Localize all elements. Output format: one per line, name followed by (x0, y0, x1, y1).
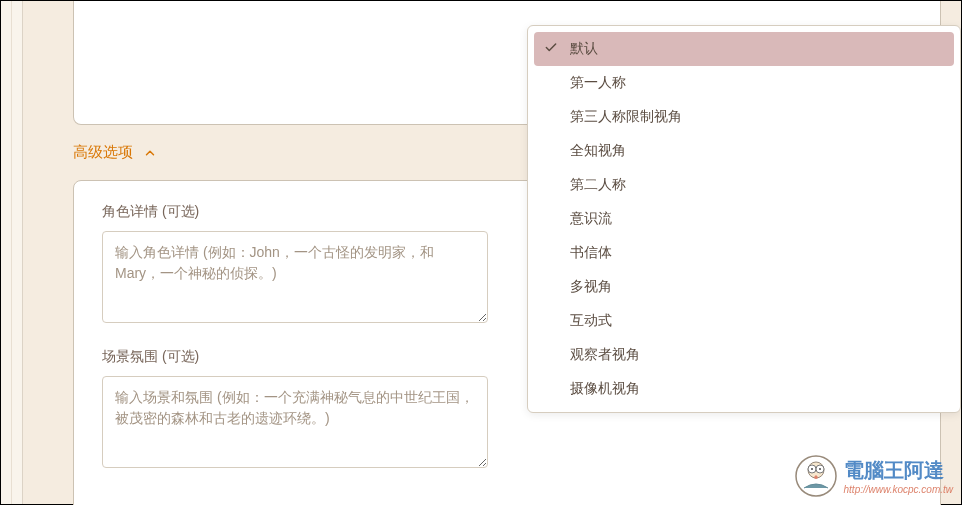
dropdown-item-label: 默认 (570, 40, 598, 56)
dropdown-item[interactable]: 书信体 (534, 236, 954, 270)
document-gutter (1, 1, 23, 504)
dropdown-item-label: 书信体 (570, 244, 612, 260)
dropdown-item[interactable]: 互动式 (534, 304, 954, 338)
chevron-up-icon (143, 146, 157, 160)
avatar-icon (794, 454, 838, 498)
svg-point-5 (819, 468, 821, 470)
watermark: 電腦王阿達 http://www.kocpc.com.tw (794, 454, 953, 498)
dropdown-item-label: 多视角 (570, 278, 612, 294)
dropdown-item[interactable]: 观察者视角 (534, 338, 954, 372)
dropdown-item-label: 第二人称 (570, 176, 626, 192)
dropdown-item-label: 观察者视角 (570, 346, 640, 362)
scene-atmosphere-input[interactable] (102, 376, 488, 468)
dropdown-item[interactable]: 第一人称 (534, 66, 954, 100)
watermark-url: http://www.kocpc.com.tw (844, 484, 953, 495)
perspective-dropdown: 默认第一人称第三人称限制视角全知视角第二人称意识流书信体多视角互动式观察者视角摄… (527, 25, 961, 413)
scene-atmosphere-label: 场景氛围 (可选) (102, 348, 488, 366)
advanced-options-label: 高级选项 (73, 143, 133, 162)
check-icon (544, 41, 558, 58)
dropdown-item-label: 意识流 (570, 210, 612, 226)
character-details-input[interactable] (102, 231, 488, 323)
dropdown-item[interactable]: 意识流 (534, 202, 954, 236)
dropdown-item[interactable]: 默认 (534, 32, 954, 66)
dropdown-item-label: 第三人称限制视角 (570, 108, 682, 124)
watermark-title: 電腦王阿達 (844, 457, 953, 484)
dropdown-item[interactable]: 全知视角 (534, 134, 954, 168)
dropdown-item[interactable]: 第三人称限制视角 (534, 100, 954, 134)
dropdown-item[interactable]: 多视角 (534, 270, 954, 304)
dropdown-item-label: 全知视角 (570, 142, 626, 158)
dropdown-item-label: 第一人称 (570, 74, 626, 90)
dropdown-item-label: 摄像机视角 (570, 380, 640, 396)
character-details-label: 角色详情 (可选) (102, 203, 488, 221)
svg-point-4 (811, 468, 813, 470)
dropdown-item[interactable]: 第二人称 (534, 168, 954, 202)
dropdown-item-label: 互动式 (570, 312, 612, 328)
dropdown-item[interactable]: 摄像机视角 (534, 372, 954, 406)
